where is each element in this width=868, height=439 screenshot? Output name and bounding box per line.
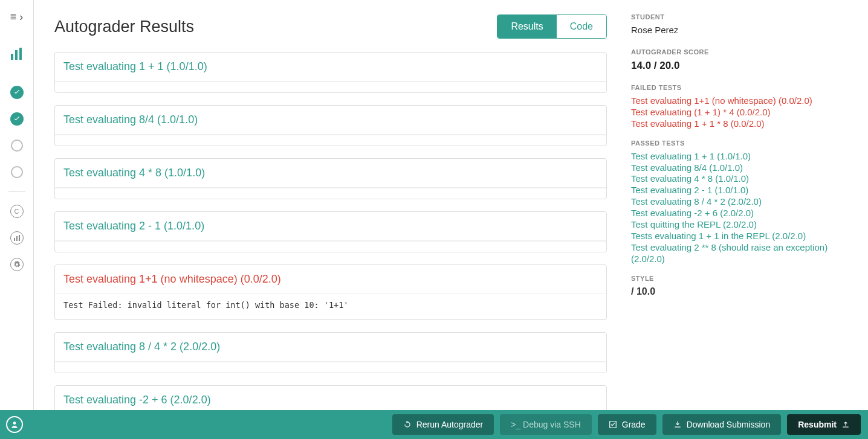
step-done-icon[interactable] [8,111,25,127]
test-title: Test evaluating 2 - 1 (1.0/1.0) [55,212,606,241]
step-empty-icon[interactable] [8,164,25,181]
failed-test-item[interactable]: Test evaluating 1+1 (no whitespace) (0.0… [631,95,856,107]
grade-button[interactable]: Grade [598,414,656,435]
passed-test-item[interactable]: Test evaluating 2 - 1 (1.0/1.0) [631,185,856,196]
step-done-icon[interactable] [8,84,25,101]
svg-rect-0 [11,54,13,60]
failed-test-item[interactable]: Test evaluating 1 + 1 * 8 (0.0/2.0) [631,118,856,130]
test-card[interactable]: Test evaluating 1+1 (no whitespace) (0.0… [54,264,607,320]
left-nav-rail: ≡ › C [0,0,34,439]
user-avatar-icon[interactable] [6,416,23,433]
page-title: Autograder Results [54,18,194,36]
passed-test-item[interactable]: Test evaluating -2 + 6 (2.0/2.0) [631,208,856,219]
svg-rect-5 [19,235,20,241]
nav-toggle-icon[interactable]: ≡ › [10,11,24,24]
passed-test-item[interactable]: Test evaluating 4 * 8 (1.0/1.0) [631,173,856,185]
settings-icon[interactable] [8,256,25,273]
test-title: Test evaluating -2 + 6 (2.0/2.0) [55,386,606,410]
svg-rect-2 [19,48,22,60]
nav-divider [8,191,25,192]
failed-tests-list: Test evaluating 1+1 (no whitespace) (0.0… [631,95,856,130]
passed-test-item[interactable]: Tests evaluating 1 + 1 in the REPL (2.0/… [631,231,856,242]
tab-results[interactable]: Results [497,15,556,38]
student-label: STUDENT [631,13,856,21]
download-label: Download Submission [687,420,771,429]
passed-test-item[interactable]: Test evaluating 1 + 1 (1.0/1.0) [631,151,856,162]
test-error-output: Test Failed: invalid literal for int() w… [55,294,606,319]
stats-icon[interactable] [8,45,25,62]
score-value: 14.0 / 20.0 [631,60,856,72]
test-title: Test evaluating 1+1 (no whitespace) (0.0… [55,265,606,294]
debug-label: >_ Debug via SSH [511,420,581,429]
test-card[interactable]: Test evaluating 2 - 1 (1.0/1.0) [54,211,607,252]
test-title: Test evaluating 8 / 4 * 2 (2.0/2.0) [55,333,606,362]
resubmit-button[interactable]: Resubmit [787,414,861,435]
rerun-autograder-button[interactable]: Rerun Autograder [392,414,494,435]
analytics-icon[interactable] [8,229,25,246]
svg-rect-1 [15,50,18,60]
test-title: Test evaluating 4 * 8 (1.0/1.0) [55,159,606,188]
style-label: STYLE [631,275,856,282]
tab-code[interactable]: Code [557,15,606,38]
test-card[interactable]: Test evaluating 1 + 1 (1.0/1.0) [54,52,607,93]
svg-point-6 [13,421,16,425]
rerun-label: Rerun Autograder [416,420,484,429]
passed-tests-list: Test evaluating 1 + 1 (1.0/1.0)Test eval… [631,151,856,265]
svg-rect-3 [14,238,15,241]
svg-rect-4 [16,236,18,241]
student-name: Rose Perez [631,25,856,35]
test-card[interactable]: Test evaluating 8/4 (1.0/1.0) [54,105,607,146]
grade-label: Grade [622,420,646,429]
failed-test-item[interactable]: Test evaluating (1 + 1) * 4 (0.0/2.0) [631,107,856,118]
download-submission-button[interactable]: Download Submission [662,414,782,435]
test-title: Test evaluating 8/4 (1.0/1.0) [55,106,606,135]
debug-ssh-button[interactable]: >_ Debug via SSH [500,414,592,435]
test-card[interactable]: Test evaluating 8 / 4 * 2 (2.0/2.0) [54,332,607,373]
failed-tests-label: FAILED TESTS [631,84,856,91]
test-card[interactable]: Test evaluating -2 + 6 (2.0/2.0) [54,385,607,410]
style-value: / 10.0 [631,286,856,297]
copyright-icon[interactable]: C [8,203,25,220]
test-results-list: Test evaluating 1 + 1 (1.0/1.0)Test eval… [54,52,607,410]
passed-tests-label: PASSED TESTS [631,139,856,147]
test-card[interactable]: Test evaluating 4 * 8 (1.0/1.0) [54,158,607,199]
action-bar: Rerun Autograder >_ Debug via SSH Grade … [0,410,868,439]
passed-test-item[interactable]: Test evaluating 2 ** 8 (should raise an … [631,242,856,265]
passed-test-item[interactable]: Test evaluating 8 / 4 * 2 (2.0/2.0) [631,196,856,208]
resubmit-label: Resubmit [798,420,837,429]
score-label: AUTOGRADER SCORE [631,48,856,56]
passed-test-item[interactable]: Test quitting the REPL (2.0/2.0) [631,219,856,231]
passed-test-item[interactable]: Test evaluating 8/4 (1.0/1.0) [631,162,856,174]
test-title: Test evaluating 1 + 1 (1.0/1.0) [55,53,606,82]
step-empty-icon[interactable] [8,137,25,154]
summary-panel: STUDENT Rose Perez AUTOGRADER SCORE 14.0… [627,0,868,410]
results-code-tabs: Results Code [497,14,607,39]
